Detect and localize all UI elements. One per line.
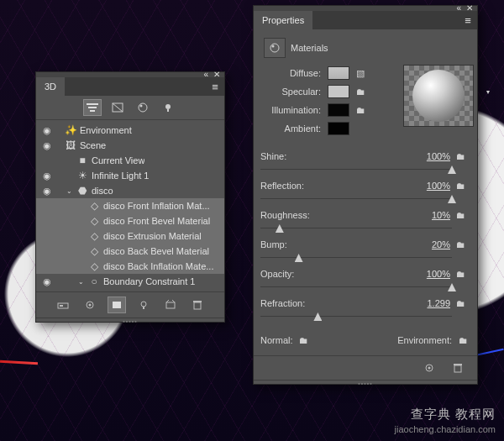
panel-resize-grip[interactable]: ▪▪▪▪▪ <box>36 318 224 322</box>
disclosure-arrow[interactable]: ⌄ <box>66 187 76 195</box>
slider-thumb[interactable] <box>276 224 284 233</box>
add-object-icon[interactable] <box>161 297 180 313</box>
tab-3d[interactable]: 3D <box>36 77 66 96</box>
slider-thumb[interactable] <box>295 254 303 262</box>
illumination-texture-icon[interactable]: 🖿 <box>353 103 368 117</box>
slider-value[interactable]: 10% <box>403 210 450 220</box>
tree-row-label: Current View <box>89 155 144 165</box>
tree-row-light[interactable]: ◉☀Infinite Light 1 <box>36 168 224 183</box>
tab-properties[interactable]: Properties <box>254 11 313 29</box>
disclosure-arrow[interactable]: ⌄ <box>78 278 87 286</box>
panel-menu-icon[interactable]: ≡ <box>206 77 224 96</box>
new-light-icon[interactable] <box>108 297 126 313</box>
svg-line-4 <box>113 103 123 112</box>
svg-rect-10 <box>60 305 63 307</box>
texture-folder-icon[interactable]: 🖿 <box>450 298 470 308</box>
trash-icon[interactable] <box>449 360 467 376</box>
diffuse-texture-icon[interactable]: ▧ <box>353 66 368 80</box>
filter-material-icon[interactable] <box>134 99 152 116</box>
slider-value[interactable]: 100% <box>403 151 450 161</box>
tree-row-label: Scene <box>77 140 106 150</box>
slider-thumb[interactable] <box>313 312 322 321</box>
tree-row-mesh[interactable]: ◉⌄⬣disco <box>36 183 224 198</box>
slider-label: Bump: <box>260 239 353 249</box>
svg-rect-2 <box>90 110 95 112</box>
svg-point-21 <box>270 44 279 52</box>
tree-row-scene[interactable]: ◉🖼Scene <box>36 138 224 153</box>
normal-texture-icon[interactable]: 🖿 <box>297 333 312 347</box>
properties-mode-row: Materials <box>260 34 470 65</box>
tree-row-label: disco Back Inflation Mate... <box>101 261 213 271</box>
specular-texture-icon[interactable]: 🖿 <box>353 85 368 98</box>
properties-subtitle: Materials <box>291 43 328 53</box>
diffuse-swatch[interactable] <box>328 66 349 80</box>
slider-label: Roughness: <box>260 210 353 220</box>
slider-track[interactable] <box>260 223 452 234</box>
label-ambient: Ambient: <box>260 123 326 134</box>
slider-thumb[interactable] <box>448 283 456 291</box>
slider-value[interactable]: 20% <box>403 239 450 249</box>
illumination-swatch[interactable] <box>328 103 349 117</box>
slider-thumb[interactable] <box>448 195 456 203</box>
svg-rect-15 <box>143 307 144 309</box>
svg-rect-16 <box>166 302 175 308</box>
panel-3d: « ✕ 3D ≡ ◉✨Environment◉🖼Scene■Current Vi… <box>35 71 225 323</box>
texture-folder-icon[interactable]: 🖿 <box>450 210 470 220</box>
svg-rect-25 <box>454 365 461 372</box>
svg-point-5 <box>139 103 147 112</box>
tree-row-constraint[interactable]: ◉⌄○Boundary Constraint 1 <box>36 274 224 289</box>
scene-icon: 🖼 <box>64 139 77 151</box>
tree-row-material[interactable]: ◇disco Front Bevel Material <box>36 213 224 228</box>
label-environment: Environment: <box>397 335 452 345</box>
svg-rect-0 <box>87 103 98 105</box>
texture-folder-icon[interactable]: 🖿 <box>450 151 470 161</box>
svg-point-6 <box>140 105 143 108</box>
texture-folder-icon[interactable]: 🖿 <box>450 269 470 279</box>
panel-resize-grip[interactable]: ▪▪▪▪▪ <box>254 380 477 384</box>
specular-swatch[interactable] <box>328 85 349 98</box>
slider-row: Bump:20%🖿 <box>260 237 470 252</box>
slider-track[interactable] <box>260 312 452 322</box>
visibility-toggle[interactable]: ◉ <box>39 125 55 136</box>
footer-meter-icon[interactable] <box>54 297 72 313</box>
add-light-icon[interactable] <box>134 297 153 313</box>
texture-folder-icon[interactable]: 🖿 <box>450 181 470 191</box>
materials-mode-icon[interactable] <box>264 38 286 58</box>
tree-row-label: disco Extrusion Material <box>101 231 202 241</box>
tree-row-camera[interactable]: ■Current View <box>36 153 224 168</box>
tree-row-label: disco Front Bevel Material <box>101 216 210 226</box>
slider-value[interactable]: 1.299 <box>403 298 450 308</box>
preview-dropdown-icon[interactable]: ▾ <box>486 88 490 96</box>
trash-icon[interactable] <box>188 297 207 313</box>
tree-row-material[interactable]: ◇disco Extrusion Material <box>36 228 224 244</box>
filter-all-icon[interactable] <box>83 99 102 116</box>
slider-track[interactable] <box>260 194 452 204</box>
svg-point-7 <box>165 104 171 109</box>
tree-row-material[interactable]: ◇disco Back Inflation Mate... <box>36 259 224 274</box>
slider-value[interactable]: 100% <box>403 181 450 191</box>
slider-track[interactable] <box>260 165 452 175</box>
visibility-toggle[interactable]: ◉ <box>39 186 55 197</box>
render-settings-icon[interactable] <box>420 360 438 376</box>
slider-thumb[interactable] <box>448 165 456 174</box>
tree-row-material[interactable]: ◇disco Back Bevel Material <box>36 244 224 259</box>
filter-light-icon[interactable] <box>159 99 177 116</box>
tree-row-environment[interactable]: ◉✨Environment <box>36 123 224 138</box>
slider-track[interactable] <box>260 253 452 263</box>
visibility-toggle[interactable]: ◉ <box>39 140 55 151</box>
texture-folder-icon[interactable]: 🖿 <box>450 239 470 249</box>
panel-props-footer <box>254 355 477 380</box>
slider-row: Shine:100%🖿 <box>260 149 470 164</box>
slider-label: Shine: <box>260 151 353 161</box>
visibility-toggle[interactable]: ◉ <box>39 276 55 287</box>
ambient-swatch[interactable] <box>328 122 349 135</box>
filter-mesh-icon[interactable] <box>108 99 127 116</box>
panel-menu-icon[interactable]: ≡ <box>459 11 477 29</box>
visibility-toggle[interactable]: ◉ <box>39 171 55 181</box>
slider-value[interactable]: 100% <box>403 269 450 279</box>
tree-row-material[interactable]: ◇disco Front Inflation Mat... <box>36 198 224 213</box>
slider-track[interactable] <box>260 282 452 292</box>
render-icon[interactable] <box>81 297 99 313</box>
environment-texture-icon[interactable]: 🖿 <box>455 333 470 347</box>
panel-properties: « ✕ Properties ≡ Materials ▾ Diffuse: ▧ … <box>253 5 478 385</box>
